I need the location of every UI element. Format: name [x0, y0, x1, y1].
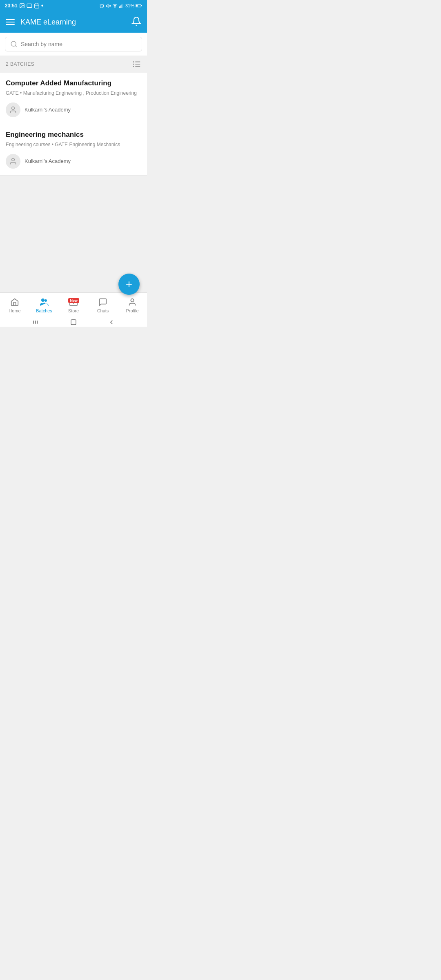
nav-item-profile[interactable]: Profile [118, 297, 147, 313]
alarm-icon [99, 3, 105, 9]
svg-rect-2 [27, 4, 32, 7]
svg-rect-16 [120, 5, 121, 8]
filter-icon[interactable] [132, 60, 141, 69]
android-nav [0, 318, 147, 327]
svg-point-1 [21, 4, 22, 5]
nav-item-batches[interactable]: Batches [29, 297, 59, 313]
wifi-icon [112, 3, 118, 9]
nav-item-home[interactable]: Home [0, 297, 29, 313]
svg-point-22 [11, 41, 16, 46]
signal-icon [119, 3, 124, 9]
profile-icon [127, 297, 137, 307]
nav-item-chats[interactable]: Chats [88, 297, 118, 313]
svg-rect-17 [121, 4, 122, 8]
laptop-icon [27, 3, 32, 9]
add-fab[interactable]: + [118, 274, 140, 295]
svg-line-10 [103, 4, 104, 4]
nav-label-home: Home [9, 308, 20, 313]
academy-avatar [6, 154, 20, 169]
bottom-nav: Home Batches New [0, 292, 147, 318]
batches-icon [39, 297, 49, 307]
svg-point-14 [115, 7, 115, 8]
batch-tags: GATE • Manufacturing Engineering , Produ… [6, 90, 141, 97]
batch-item[interactable]: Computer Added Manufacturing GATE • Manu… [0, 73, 147, 124]
nav-label-batches: Batches [36, 308, 52, 313]
academy-avatar [6, 102, 20, 117]
nav-label-store: Store [68, 308, 79, 313]
svg-rect-20 [141, 5, 142, 7]
svg-point-33 [45, 299, 47, 302]
batch-title: Computer Added Manufacturing [6, 79, 141, 87]
battery-level: 31% [125, 3, 134, 8]
app-bar: KAME eLearning [0, 11, 147, 33]
search-icon [10, 40, 18, 48]
nav-label-chats: Chats [97, 308, 109, 313]
svg-point-32 [41, 298, 45, 302]
svg-rect-18 [122, 4, 123, 8]
svg-line-9 [100, 4, 100, 4]
person-icon [9, 106, 17, 114]
status-time: 23:51 [5, 3, 18, 9]
svg-rect-4 [34, 4, 39, 8]
svg-line-23 [15, 45, 16, 47]
search-input[interactable] [21, 41, 137, 47]
search-container [0, 33, 147, 56]
dot-indicator: • [41, 2, 44, 9]
battery-icon [136, 4, 142, 8]
android-nav-recent[interactable] [32, 318, 39, 326]
image-icon [19, 3, 25, 9]
notification-button[interactable] [131, 16, 141, 28]
academy-name: Kulkarni's Academy [24, 107, 71, 113]
bell-icon [131, 16, 141, 26]
nav-label-profile: Profile [126, 308, 138, 313]
menu-button[interactable] [6, 19, 15, 25]
batch-item[interactable]: Engineering mechanics Engineering course… [0, 124, 147, 176]
app-title: KAME eLearning [20, 18, 126, 27]
store-badge: New [68, 298, 79, 303]
batch-academy: Kulkarni's Academy [6, 154, 141, 169]
chats-icon [98, 297, 108, 307]
svg-point-37 [131, 299, 134, 302]
batch-academy: Kulkarni's Academy [6, 102, 141, 117]
page: 23:51 • 31% KAME eLearning [0, 0, 147, 327]
android-nav-back[interactable] [108, 318, 115, 326]
svg-marker-11 [106, 4, 108, 7]
svg-rect-15 [119, 6, 120, 8]
batches-count: 2 BATCHES [6, 61, 34, 67]
batches-header: 2 BATCHES [0, 56, 147, 73]
batch-title: Engineering mechanics [6, 131, 141, 139]
android-nav-home[interactable] [70, 319, 77, 325]
svg-rect-21 [136, 5, 138, 7]
nav-item-store[interactable]: New Store [59, 297, 88, 313]
fab-plus-icon: + [126, 278, 132, 291]
batch-list: Computer Added Manufacturing GATE • Manu… [0, 73, 147, 298]
svg-rect-41 [71, 320, 76, 325]
home-icon [10, 297, 20, 307]
person-icon [9, 157, 17, 165]
academy-name: Kulkarni's Academy [24, 158, 71, 164]
svg-point-30 [12, 107, 15, 109]
status-right: 31% [99, 3, 142, 9]
mute-icon [106, 3, 111, 9]
calendar-icon [34, 3, 40, 9]
svg-point-31 [12, 158, 15, 161]
status-bar: 23:51 • 31% [0, 0, 147, 11]
batch-tags: Engineering courses • GATE Engineering M… [6, 141, 141, 148]
status-left: 23:51 • [5, 2, 43, 9]
search-wrapper[interactable] [5, 37, 142, 51]
